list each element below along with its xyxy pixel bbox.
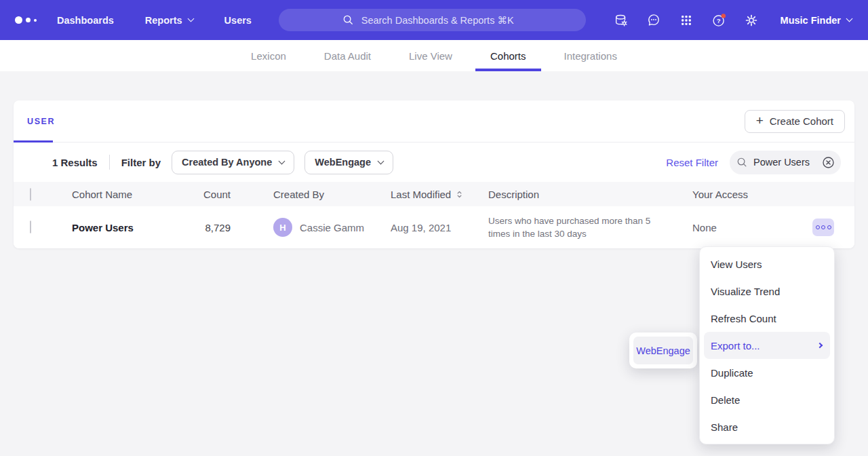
column-description: Description xyxy=(488,189,678,200)
row-context-menu: View Users Visualize Trend Refresh Count… xyxy=(699,246,835,444)
plus-icon: + xyxy=(756,114,764,127)
avatar: H xyxy=(273,218,292,237)
nav-item-users[interactable]: Users xyxy=(224,15,252,26)
settings-gear-icon[interactable] xyxy=(744,13,759,28)
created-by-filter-value: Created By Anyone xyxy=(182,157,272,168)
dot-icon xyxy=(816,225,820,229)
search-icon xyxy=(736,157,748,168)
created-by-name: Cassie Gamm xyxy=(300,222,364,233)
messages-icon[interactable] xyxy=(646,13,661,28)
row-checkbox[interactable] xyxy=(30,221,31,233)
cohort-name-cell: Power Users xyxy=(56,222,176,233)
menu-item-export-to[interactable]: Export to... xyxy=(704,332,830,359)
webengage-filter-value: WebEngage xyxy=(315,157,371,168)
created-by-cell: H Cassie Gamm xyxy=(231,218,391,237)
reset-filter-link[interactable]: Reset Filter xyxy=(666,157,718,168)
logo-dot xyxy=(15,16,22,24)
nav-search-area xyxy=(252,9,614,31)
main-content: USER + Create Cohort 1 Results Filter by… xyxy=(0,71,868,248)
column-created-by: Created By xyxy=(231,189,391,200)
export-submenu: WebEngage xyxy=(629,332,697,368)
dot-icon xyxy=(821,225,825,229)
webengage-filter-dropdown[interactable]: WebEngage xyxy=(304,151,393,174)
dot-icon xyxy=(827,225,831,229)
menu-item-duplicate[interactable]: Duplicate xyxy=(700,359,834,386)
results-count: 1 Results xyxy=(52,157,98,168)
created-by-filter-dropdown[interactable]: Created By Anyone xyxy=(172,151,294,174)
table-header-row: Cohort Name Count Created By Last Modifi… xyxy=(14,182,854,206)
tab-integrations[interactable]: Integrations xyxy=(549,40,632,71)
column-last-modified[interactable]: Last Modified xyxy=(391,189,488,200)
column-cohort-name: Cohort Name xyxy=(56,189,176,200)
chevron-down-icon xyxy=(378,157,384,164)
nav-item-dashboards[interactable]: Dashboards xyxy=(57,15,114,26)
notification-dot xyxy=(721,14,725,18)
global-search-input[interactable] xyxy=(361,15,523,26)
nav-right-icons: ? Music Finder xyxy=(614,13,852,28)
filter-by-label: Filter by xyxy=(121,157,161,168)
menu-item-refresh-count[interactable]: Refresh Count xyxy=(700,305,834,332)
menu-item-visualize-trend[interactable]: Visualize Trend xyxy=(700,278,834,305)
chevron-down-icon xyxy=(187,16,194,22)
svg-text:?: ? xyxy=(716,17,720,24)
cohort-search[interactable] xyxy=(730,151,841,174)
create-cohort-label: Create Cohort xyxy=(770,115,833,127)
row-actions-menu-button[interactable] xyxy=(812,218,834,236)
apps-grid-icon[interactable] xyxy=(679,13,694,28)
sort-icon xyxy=(456,190,463,199)
column-last-modified-label: Last Modified xyxy=(391,189,451,200)
cohort-type-tabs: USER + Create Cohort xyxy=(14,100,854,142)
nav-item-label: Reports xyxy=(145,15,182,26)
cohort-count-cell: 8,729 xyxy=(176,222,231,233)
clear-search-icon[interactable] xyxy=(822,156,835,169)
column-count: Count xyxy=(176,189,231,200)
mixpanel-logo[interactable] xyxy=(15,16,37,24)
tab-lexicon[interactable]: Lexicon xyxy=(236,40,301,71)
menu-item-export-to-label: Export to... xyxy=(711,340,760,352)
logo-dot xyxy=(26,18,31,22)
tab-cohorts[interactable]: Cohorts xyxy=(475,40,541,71)
divider xyxy=(109,155,110,170)
logo-dot xyxy=(34,19,37,22)
help-icon[interactable]: ? xyxy=(711,13,726,28)
secondary-nav: Lexicon Data Audit Live View Cohorts Int… xyxy=(0,40,868,71)
chevron-down-icon xyxy=(846,16,853,22)
tab-data-audit[interactable]: Data Audit xyxy=(309,40,386,71)
menu-item-share[interactable]: Share xyxy=(700,413,834,440)
cohort-table-row[interactable]: Power Users 8,729 H Cassie Gamm Aug 19, … xyxy=(14,206,854,248)
global-search[interactable] xyxy=(279,9,586,31)
tab-live-view[interactable]: Live View xyxy=(394,40,467,71)
row-checkbox-cell xyxy=(14,221,56,233)
column-your-access: Your Access xyxy=(678,189,812,200)
chevron-down-icon xyxy=(279,157,285,164)
your-access-cell: None xyxy=(678,222,812,233)
top-nav: Dashboards Reports Users xyxy=(0,0,868,40)
project-name: Music Finder xyxy=(781,15,841,26)
chevron-right-icon xyxy=(817,343,823,348)
row-actions-cell xyxy=(812,218,854,236)
header-checkbox-cell xyxy=(14,189,56,200)
cohort-search-input[interactable] xyxy=(753,157,816,168)
menu-item-delete[interactable]: Delete xyxy=(700,386,834,413)
tab-user[interactable]: USER xyxy=(27,100,55,142)
description-cell: Users who have purchased more than 5 tim… xyxy=(488,214,678,240)
filter-bar: 1 Results Filter by Created By Anyone We… xyxy=(14,142,854,182)
project-switcher[interactable]: Music Finder xyxy=(781,15,852,26)
last-modified-cell: Aug 19, 2021 xyxy=(391,222,488,233)
create-cohort-button[interactable]: + Create Cohort xyxy=(745,110,845,133)
data-management-icon[interactable] xyxy=(614,13,629,28)
submenu-item-webengage[interactable]: WebEngage xyxy=(633,337,693,364)
cohorts-card: USER + Create Cohort 1 Results Filter by… xyxy=(14,100,854,248)
search-icon xyxy=(342,14,355,26)
nav-item-reports[interactable]: Reports xyxy=(145,15,193,26)
primary-nav: Dashboards Reports Users xyxy=(57,15,252,26)
menu-item-view-users[interactable]: View Users xyxy=(700,250,834,278)
select-all-checkbox[interactable] xyxy=(30,188,31,201)
